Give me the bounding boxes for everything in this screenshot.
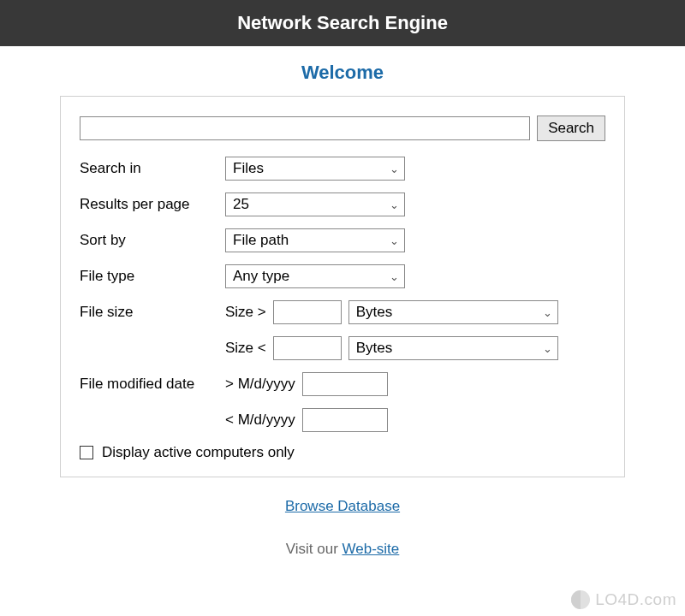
search-row: Search [80,116,605,141]
checkbox-active-only[interactable] [80,446,93,459]
row-sort-by: Sort by File path ⌄ [80,228,605,252]
dropdown-size-lt-unit-value: Bytes [356,340,393,357]
dropdown-search-in-value: Files [233,160,264,177]
row-file-size-gt: File size Size > Bytes ⌄ [80,300,605,324]
label-sort-by: Sort by [80,232,225,249]
visit-row: Visit our Web-site [0,541,685,558]
search-panel: Search Search in Files ⌄ Results per pag… [60,96,625,477]
row-modified-date-lt: < M/d/yyyy [80,408,605,432]
browse-database-link[interactable]: Browse Database [285,498,400,514]
dropdown-sort-by[interactable]: File path ⌄ [225,228,405,252]
dropdown-file-type-value: Any type [233,268,289,285]
dropdown-search-in[interactable]: Files ⌄ [225,157,405,181]
dropdown-sort-by-value: File path [233,232,289,249]
label-size-gt: Size > [225,304,266,321]
browse-db-row: Browse Database [0,498,685,515]
website-link[interactable]: Web-site [342,541,400,557]
dropdown-size-gt-unit-value: Bytes [356,304,393,321]
chevron-down-icon: ⌄ [390,199,399,210]
globe-icon [571,590,590,609]
input-size-gt[interactable] [273,300,342,324]
watermark: LO4D.com [571,590,676,609]
chevron-down-icon: ⌄ [390,235,399,246]
dropdown-results-per-page[interactable]: 25 ⌄ [225,192,405,216]
label-size-lt: Size < [225,340,266,357]
row-file-type: File type Any type ⌄ [80,264,605,288]
search-button[interactable]: Search [537,116,605,141]
label-search-in: Search in [80,160,225,177]
visit-prefix: Visit our [286,541,342,557]
label-active-only: Display active computers only [102,444,295,461]
row-active-only: Display active computers only [80,444,605,461]
input-date-gt[interactable] [302,372,388,396]
input-date-lt[interactable] [302,408,388,432]
row-modified-date-gt: File modified date > M/d/yyyy [80,372,605,396]
header-bar: Network Search Engine [0,0,685,46]
chevron-down-icon: ⌄ [543,307,552,318]
label-date-lt: < M/d/yyyy [225,412,295,429]
row-search-in: Search in Files ⌄ [80,157,605,181]
label-date-gt: > M/d/yyyy [225,376,295,393]
chevron-down-icon: ⌄ [390,163,399,175]
welcome-heading: Welcome [0,62,685,84]
label-file-size: File size [80,304,225,321]
watermark-text: LO4D.com [595,590,676,609]
row-file-size-lt: Size < Bytes ⌄ [80,336,605,360]
chevron-down-icon: ⌄ [390,271,399,282]
search-input[interactable] [80,116,530,140]
dropdown-results-per-page-value: 25 [233,196,249,213]
dropdown-size-gt-unit[interactable]: Bytes ⌄ [348,300,558,324]
dropdown-size-lt-unit[interactable]: Bytes ⌄ [348,336,558,360]
app-title: Network Search Engine [237,12,448,33]
label-file-type: File type [80,268,225,285]
label-results-per-page: Results per page [80,196,225,213]
dropdown-file-type[interactable]: Any type ⌄ [225,264,405,288]
input-size-lt[interactable] [273,336,342,360]
label-modified-date: File modified date [80,376,225,393]
chevron-down-icon: ⌄ [543,343,552,354]
row-results-per-page: Results per page 25 ⌄ [80,192,605,216]
